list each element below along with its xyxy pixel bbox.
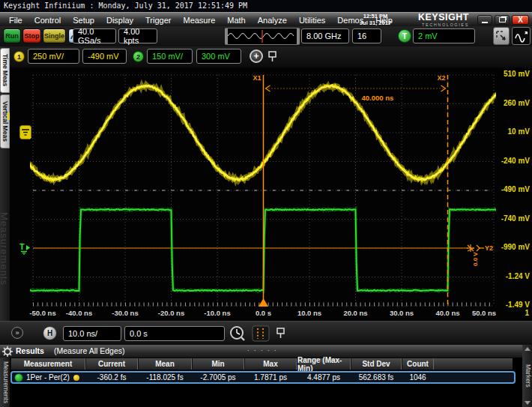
brand-name: KEYSIGHT xyxy=(418,13,469,21)
x-axis-label: 10.0 ns xyxy=(287,309,332,317)
menu-bar: FileControlSetupDisplayTriggerMeasureMat… xyxy=(0,12,532,26)
table-header-row: MeasurementCurrentMeanMinMaxRange (Max-M… xyxy=(10,358,513,370)
bandwidth-field[interactable]: 8.00 GHz xyxy=(301,28,349,43)
waveform-plot: Y20.0 VX1X240.000 ns xyxy=(30,72,496,308)
x-axis-label: 20.0 ns xyxy=(333,309,378,317)
max-cell: 1.7871 ps xyxy=(244,373,297,382)
menu-item[interactable]: Trigger xyxy=(139,13,177,27)
add-channel-button[interactable]: + xyxy=(250,49,263,63)
menu-item[interactable]: Display xyxy=(100,13,139,27)
cursors-button[interactable] xyxy=(252,325,270,342)
stop-button[interactable]: Stop xyxy=(22,28,41,43)
menu-item[interactable]: Math xyxy=(221,13,251,27)
run-control-toolbar: Run Stop Single 40.0 GSa/s 4.00 kpts 8.0… xyxy=(0,26,532,46)
results-header[interactable]: Results (Measure All Edges) . . . . . xyxy=(0,345,532,358)
y-axis-label: 260 mV xyxy=(497,99,530,107)
pin-icon[interactable] xyxy=(267,50,277,63)
table-row[interactable]: 1Per - Per(2) -360.2 fs -118.025 fs -2.7… xyxy=(10,371,516,384)
channel-1-badge[interactable]: 1 xyxy=(13,51,25,62)
zoom-select-button[interactable] xyxy=(493,27,510,45)
title-bar: Keysight Infiniium : Monday, July 31, 20… xyxy=(0,0,532,12)
column-header[interactable]: Measurement xyxy=(10,358,85,370)
column-header[interactable]: Mean xyxy=(138,358,192,370)
y-axis-label: 510 mV xyxy=(497,70,530,78)
restore-button[interactable] xyxy=(495,15,510,25)
menu-item[interactable]: Measure xyxy=(177,13,221,27)
menu-item[interactable]: Utilities xyxy=(293,13,331,27)
y2-value-label: 0.0 V xyxy=(472,252,479,266)
chevron-up-icon[interactable] xyxy=(525,347,531,351)
tab-time-meas[interactable]: Time Meas xyxy=(0,48,10,93)
waveform-arrows-icon xyxy=(514,29,529,43)
channel-1-scale-field[interactable]: 250 mV/ xyxy=(28,49,79,64)
markers-strip[interactable]: Markers xyxy=(522,345,532,407)
column-header[interactable]: Max xyxy=(244,358,297,370)
zoom-clock-icon xyxy=(229,325,246,342)
count-cell: 1046 xyxy=(402,373,434,382)
memory-depth-field[interactable]: 4.00 kpts xyxy=(118,28,157,43)
svg-text:T: T xyxy=(19,242,25,251)
selection-corner-icon xyxy=(495,30,507,42)
x-axis-label: 50.0 ns xyxy=(462,309,507,317)
delta-arrow-left xyxy=(266,85,270,91)
channel-1-ground-marker-icon[interactable] xyxy=(19,125,31,139)
x1-cursor-label: X1 xyxy=(253,74,261,82)
menu-item[interactable]: Setup xyxy=(67,13,100,27)
left-sidebar: Time Meas Vertical Meas Measurements » xyxy=(0,46,10,321)
column-header[interactable]: Range (Max-Min) xyxy=(297,358,351,370)
current-cell: -360.2 fs xyxy=(85,373,138,382)
clock: 12:51 PM Jul 31, 2017 xyxy=(351,13,400,26)
minimize-button[interactable] xyxy=(477,15,492,25)
chevron-down-icon[interactable] xyxy=(525,401,531,405)
y-axis-label: 10 mV xyxy=(497,127,530,136)
horizontal-badge[interactable]: H xyxy=(43,326,57,340)
run-button[interactable]: Run xyxy=(3,28,21,43)
measurement-status-icon xyxy=(14,373,23,382)
averaging-field[interactable]: 16 xyxy=(352,28,381,43)
measurements-strip[interactable]: Measurements xyxy=(0,358,10,407)
trigger-time-marker xyxy=(259,298,268,307)
measurement-name: 1Per - Per(2) xyxy=(26,373,70,382)
x-axis-label: 0.0 s xyxy=(241,309,286,317)
trigger-level-field[interactable]: 2 mV xyxy=(413,28,475,43)
cursors-icon xyxy=(252,325,270,342)
column-header[interactable]: Current xyxy=(85,358,138,370)
column-header[interactable]: Min xyxy=(192,358,244,370)
zoom-mode-button[interactable] xyxy=(229,325,246,342)
single-button[interactable]: Single xyxy=(43,28,66,43)
channel-2-scale-field[interactable]: 150 mV/ xyxy=(147,49,193,64)
close-icon: X xyxy=(518,16,523,24)
acquisition-preview[interactable] xyxy=(225,28,300,45)
tab-vertical-meas[interactable]: Vertical Meas xyxy=(0,94,10,148)
hbar-expand-button[interactable]: » xyxy=(11,327,23,339)
channel-1-offset-field[interactable]: -490 mV xyxy=(82,49,127,64)
drag-handle[interactable]: . . . . . xyxy=(247,345,278,352)
clock-date: Jul 31, 2017 xyxy=(351,20,400,27)
channel-2-badge[interactable]: 2 xyxy=(133,51,144,62)
restore-icon xyxy=(499,17,506,22)
menu-item[interactable]: Analyze xyxy=(252,13,293,27)
pin-icon[interactable] xyxy=(276,327,285,340)
trigger-badge[interactable]: T xyxy=(398,29,411,43)
horizontal-position-field[interactable]: 0.0 s xyxy=(124,326,225,341)
minimize-icon xyxy=(482,22,488,23)
menu-items: FileControlSetupDisplayTriggerMeasureMat… xyxy=(3,13,399,27)
y-axis-label: -490 mV xyxy=(497,185,530,193)
y2-cursor-label: Y2 xyxy=(485,244,493,252)
column-header[interactable]: Std Dev xyxy=(351,358,402,370)
column-header[interactable]: Count xyxy=(402,358,434,370)
menu-item[interactable]: File xyxy=(3,13,28,27)
x-axis-label: 30.0 ns xyxy=(379,309,424,317)
x-axis-label: -20.0 ns xyxy=(149,309,194,317)
x-axis-label: -10.0 ns xyxy=(195,309,240,317)
results-table: MeasurementCurrentMeanMinMaxRange (Max-M… xyxy=(10,358,522,407)
channel-2-offset-field[interactable]: 300 mV xyxy=(196,49,241,64)
timebase-field[interactable]: 10.0 ns/ xyxy=(63,326,121,341)
y-axis-label: -240 mV xyxy=(497,157,530,165)
channel-2-trigger-marker-icon[interactable]: T xyxy=(19,241,32,255)
y-axis-label: -1.49 V xyxy=(497,301,530,309)
close-button[interactable]: X xyxy=(512,15,529,25)
sample-rate-field[interactable]: 40.0 GSa/s xyxy=(73,28,116,43)
menu-item[interactable]: Control xyxy=(28,13,67,27)
waveform-tools-button[interactable] xyxy=(512,27,531,45)
